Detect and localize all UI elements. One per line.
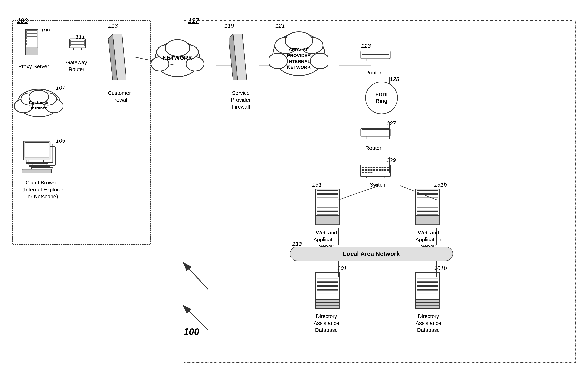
svg-rect-118 bbox=[316, 216, 340, 225]
svg-rect-80 bbox=[362, 130, 389, 131]
dir-db-right: 101b bbox=[412, 271, 445, 312]
svg-rect-98 bbox=[370, 169, 372, 170]
svg-rect-103 bbox=[384, 169, 386, 170]
svg-rect-21 bbox=[27, 37, 37, 39]
dir-db-left-ref: 101 bbox=[337, 265, 347, 272]
svg-rect-46 bbox=[32, 167, 53, 169]
svg-rect-108 bbox=[370, 172, 372, 173]
svg-rect-131 bbox=[316, 272, 340, 300]
sp-firewall: 119 bbox=[228, 28, 251, 90]
svg-rect-123 bbox=[417, 195, 438, 198]
svg-rect-99 bbox=[373, 169, 375, 170]
switch-label: Switch bbox=[365, 182, 390, 188]
dir-db-right-label: Directory Assistance Database bbox=[408, 313, 449, 334]
web-server-left-ref: 131 bbox=[312, 182, 322, 188]
svg-rect-93 bbox=[384, 167, 386, 168]
svg-text:INTERNAL: INTERNAL bbox=[287, 59, 311, 64]
router-mid-label: Router bbox=[361, 145, 386, 152]
svg-rect-125 bbox=[417, 203, 438, 206]
proxy-server-label: Proxy Server bbox=[17, 63, 50, 70]
web-app-server-left: 131 bbox=[312, 188, 345, 228]
svg-rect-113 bbox=[317, 195, 338, 198]
svg-rect-87 bbox=[368, 167, 370, 168]
svg-rect-117 bbox=[317, 212, 338, 214]
provider-box-label: 117 bbox=[188, 17, 199, 24]
web-app-server-right: 131b bbox=[412, 188, 445, 228]
svg-rect-111 bbox=[316, 189, 340, 216]
lan-ref: 133 bbox=[292, 241, 302, 248]
svg-rect-85 bbox=[362, 167, 364, 168]
svg-rect-122 bbox=[417, 190, 438, 194]
customer-firewall-label: Customer Firewall bbox=[104, 90, 135, 104]
svg-rect-132 bbox=[317, 274, 338, 277]
svg-point-60 bbox=[165, 40, 190, 56]
gateway-router-label: Gateway Router bbox=[63, 59, 90, 73]
svg-rect-137 bbox=[317, 295, 338, 298]
svg-rect-52 bbox=[30, 160, 44, 162]
client-browser-label: Client Browser (Internet Explorer or Net… bbox=[16, 180, 69, 200]
lan-label: Local Area Network bbox=[343, 250, 400, 257]
diagram-container: 103 117 109 Proxy Server bbox=[8, 8, 580, 384]
svg-text:NETWORK: NETWORK bbox=[287, 65, 311, 70]
svg-rect-142 bbox=[417, 274, 438, 277]
svg-rect-88 bbox=[370, 167, 372, 168]
switch-device: 129 bbox=[359, 163, 392, 182]
svg-rect-121 bbox=[416, 189, 439, 216]
customer-box-label: 103 bbox=[17, 17, 28, 24]
svg-rect-51 bbox=[25, 143, 49, 157]
svg-rect-92 bbox=[382, 167, 384, 168]
svg-rect-144 bbox=[417, 282, 438, 286]
dir-db-right-ref: 101b bbox=[434, 265, 447, 272]
customer-firewall-ref: 113 bbox=[108, 22, 118, 29]
router-mid: 127 bbox=[359, 126, 392, 143]
svg-text:Customer: Customer bbox=[29, 100, 49, 105]
svg-point-65 bbox=[269, 53, 287, 69]
network-cloud: NETWORK bbox=[151, 37, 204, 82]
svg-rect-22 bbox=[27, 40, 37, 42]
switch-ref: 129 bbox=[386, 157, 396, 164]
svg-rect-94 bbox=[387, 167, 389, 168]
svg-rect-97 bbox=[368, 169, 370, 170]
svg-rect-105 bbox=[362, 172, 364, 173]
customer-intranet-ref: 107 bbox=[56, 84, 65, 91]
svg-line-152 bbox=[184, 306, 208, 330]
svg-rect-138 bbox=[316, 300, 340, 308]
svg-rect-95 bbox=[362, 169, 364, 170]
svg-rect-147 bbox=[417, 295, 438, 298]
customer-intranet-cloud: Customer Intranet 107 bbox=[14, 86, 67, 122]
client-browser-ref: 105 bbox=[56, 138, 65, 144]
fddi-ring: FDDI Ring 125 bbox=[365, 82, 398, 114]
svg-rect-115 bbox=[317, 203, 338, 206]
svg-rect-134 bbox=[317, 282, 338, 286]
gateway-router-ref: 111 bbox=[76, 34, 85, 40]
svg-rect-141 bbox=[416, 272, 439, 300]
svg-rect-135 bbox=[317, 286, 338, 290]
svg-text:PROVIDER: PROVIDER bbox=[287, 53, 311, 58]
svg-rect-101 bbox=[379, 169, 381, 170]
svg-rect-75 bbox=[362, 52, 389, 54]
sp-internal-network-cloud: SERVICE PROVIDER INTERNAL NETWORK 121 bbox=[269, 28, 331, 82]
svg-rect-90 bbox=[376, 167, 378, 168]
svg-rect-127 bbox=[417, 212, 438, 214]
svg-rect-136 bbox=[317, 291, 338, 294]
svg-rect-104 bbox=[387, 169, 389, 170]
svg-rect-30 bbox=[70, 42, 85, 44]
sp-firewall-label: Service Provider Firewall bbox=[224, 90, 257, 110]
dir-db-left: 101 bbox=[312, 271, 345, 312]
svg-rect-86 bbox=[365, 167, 367, 168]
svg-rect-148 bbox=[416, 300, 439, 308]
svg-rect-31 bbox=[70, 45, 85, 46]
svg-rect-145 bbox=[417, 286, 438, 290]
svg-rect-107 bbox=[368, 172, 370, 173]
svg-rect-128 bbox=[416, 216, 439, 225]
sp-firewall-ref: 119 bbox=[224, 22, 234, 29]
svg-rect-54 bbox=[22, 169, 51, 173]
svg-rect-126 bbox=[417, 207, 438, 210]
svg-rect-133 bbox=[317, 278, 338, 281]
svg-rect-81 bbox=[362, 132, 389, 134]
customer-firewall: 113 bbox=[108, 28, 131, 90]
svg-text:Intranet: Intranet bbox=[31, 106, 47, 110]
svg-rect-20 bbox=[27, 34, 37, 36]
lan-cylinder: Local Area Network 133 bbox=[290, 247, 453, 261]
fddi-ring-label: FDDI Ring bbox=[375, 92, 388, 104]
